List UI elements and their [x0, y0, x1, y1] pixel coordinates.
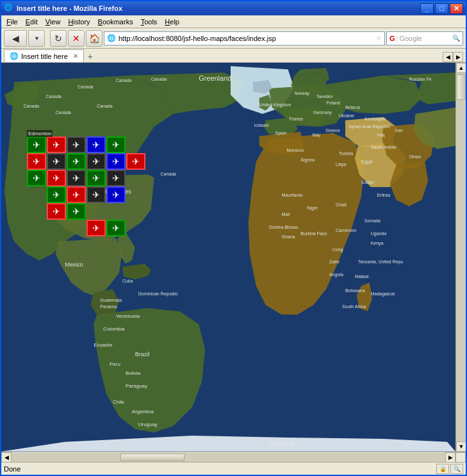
- svg-text:Ghana: Ghana: [282, 234, 295, 239]
- scroll-down-button[interactable]: ▼: [456, 441, 466, 452]
- google-logo: G: [389, 35, 395, 42]
- new-tab-button[interactable]: +: [84, 51, 97, 62]
- svg-text:Zaire: Zaire: [329, 259, 340, 264]
- svg-text:Madagascar: Madagascar: [371, 291, 396, 297]
- resize-corner[interactable]: [455, 452, 466, 463]
- vertical-scrollbar[interactable]: ▲ ▼: [455, 63, 466, 452]
- menu-file[interactable]: File: [3, 17, 22, 26]
- scroll-track-horizontal: [12, 453, 445, 462]
- svg-text:Guinea-Bissau: Guinea-Bissau: [269, 225, 299, 229]
- svg-text:Niger: Niger: [307, 206, 318, 211]
- tab-close-icon[interactable]: ✕: [73, 53, 78, 60]
- svg-text:Tanzania, United Repu: Tanzania, United Repu: [358, 259, 403, 265]
- security-icon: 🔒: [436, 464, 449, 474]
- reload-button[interactable]: ↻: [50, 30, 67, 47]
- svg-text:Sudan: Sudan: [361, 180, 374, 185]
- stop-button[interactable]: ✕: [68, 30, 85, 47]
- scroll-left-button[interactable]: ◀: [1, 452, 12, 463]
- svg-text:Saudi Arabia: Saudi Arabia: [371, 145, 397, 149]
- back-button[interactable]: ◀: [4, 30, 27, 47]
- menu-tools[interactable]: Tools: [137, 17, 161, 26]
- scroll-right-button[interactable]: ▶: [445, 452, 455, 463]
- svg-text:Norway: Norway: [294, 91, 309, 96]
- svg-text:Ukraine: Ukraine: [339, 113, 354, 118]
- svg-text:Brazil: Brazil: [135, 351, 149, 357]
- search-divider: |: [397, 35, 398, 42]
- search-text: Google: [399, 35, 451, 42]
- tab-scroll-left[interactable]: ◀: [443, 52, 453, 62]
- svg-text:Mali: Mali: [282, 212, 290, 217]
- menu-history[interactable]: History: [64, 17, 94, 26]
- status-bar: Done 🔒 🔍: [1, 462, 466, 475]
- svg-text:Poland: Poland: [326, 101, 340, 105]
- svg-text:Azerbaijan: Azerbaijan: [365, 117, 386, 122]
- svg-text:United States: United States: [97, 188, 131, 195]
- title-bar: 🌐 Insert title here - Mozilla Firefox _ …: [1, 1, 466, 15]
- svg-text:France: France: [289, 117, 303, 121]
- tab-favicon: 🌐: [10, 52, 19, 60]
- svg-text:Canada: Canada: [116, 78, 131, 83]
- svg-text:Sweden: Sweden: [316, 94, 332, 99]
- window-icon: 🌐: [4, 3, 14, 13]
- search-box[interactable]: G | Google 🔍: [386, 31, 463, 45]
- zoom-icon[interactable]: 🔍: [450, 464, 463, 474]
- status-right: 🔒 🔍: [436, 464, 463, 474]
- forward-button[interactable]: ▾: [28, 30, 45, 47]
- tab-scroll-right[interactable]: ▶: [453, 52, 463, 62]
- svg-text:Spain: Spain: [275, 131, 287, 136]
- close-button[interactable]: ✕: [450, 3, 463, 14]
- svg-text:Syrian Arab Republic: Syrian Arab Republic: [348, 124, 390, 129]
- svg-text:Eritrea: Eritrea: [377, 193, 391, 197]
- svg-text:Canada: Canada: [78, 85, 93, 89]
- menu-help[interactable]: Help: [161, 17, 183, 26]
- svg-text:Cuba: Cuba: [122, 279, 133, 283]
- svg-text:Canada: Canada: [46, 94, 61, 99]
- svg-text:Panama: Panama: [100, 304, 117, 309]
- active-tab[interactable]: 🌐 Insert title here ✕: [4, 49, 84, 62]
- svg-text:Botswana: Botswana: [345, 288, 365, 293]
- svg-text:Antartica: Antartica: [269, 439, 295, 447]
- status-text: Done: [4, 465, 434, 473]
- tab-scroll-controls: ◀ ▶: [443, 52, 463, 62]
- svg-text:Canada: Canada: [97, 104, 112, 108]
- map-container[interactable]: Greenland Canada Canada Canada Canada Ca…: [1, 63, 466, 452]
- svg-text:Canada: Canada: [151, 77, 167, 81]
- svg-text:Morocco: Morocco: [286, 148, 304, 152]
- svg-text:Burkina Faso: Burkina Faso: [300, 231, 327, 236]
- svg-text:Italy: Italy: [312, 133, 320, 138]
- svg-text:Libya: Libya: [336, 162, 347, 167]
- svg-text:Cong: Cong: [332, 247, 343, 252]
- horizontal-scrollbar[interactable]: ◀ ▶: [1, 452, 466, 462]
- tab-title: Insert title here: [21, 53, 68, 60]
- maximize-button[interactable]: □: [435, 3, 448, 14]
- svg-text:Malawi: Malawi: [355, 274, 369, 279]
- minimize-button[interactable]: _: [420, 3, 434, 14]
- svg-text:Belarus: Belarus: [345, 105, 361, 110]
- scroll-thumb-horizontal[interactable]: [120, 454, 184, 461]
- svg-text:Mexico: Mexico: [65, 261, 83, 268]
- svg-text:Argentina: Argentina: [132, 409, 154, 414]
- menu-view[interactable]: View: [42, 17, 65, 26]
- svg-text:Venezuela: Venezuela: [116, 313, 140, 319]
- address-text[interactable]: http://localhost:8080/jsf-hello-maps/fac…: [119, 35, 373, 42]
- scroll-thumb-vertical[interactable]: [457, 74, 466, 100]
- svg-text:Canada: Canada: [56, 110, 71, 115]
- window-title: Insert title here - Mozilla Firefox: [17, 4, 418, 12]
- menu-bookmarks[interactable]: Bookmarks: [94, 17, 137, 26]
- svg-text:United Kingdom: United Kingdom: [259, 103, 291, 108]
- address-bar[interactable]: 🌐 http://localhost:8080/jsf-hello-maps/f…: [104, 31, 385, 45]
- svg-text:Uganda: Uganda: [371, 231, 386, 236]
- svg-text:Germany: Germany: [313, 110, 332, 115]
- home-button[interactable]: 🏠: [86, 30, 102, 47]
- scroll-up-button[interactable]: ▲: [456, 63, 466, 73]
- svg-text:Angola: Angola: [329, 272, 343, 277]
- scroll-track-vertical: [456, 73, 466, 441]
- svg-text:Chile: Chile: [113, 399, 125, 405]
- svg-text:Russian Fe: Russian Fe: [409, 77, 431, 81]
- window-controls: _ □ ✕: [420, 3, 463, 14]
- svg-text:Tunisia: Tunisia: [339, 151, 353, 156]
- menu-edit[interactable]: Edit: [22, 17, 42, 26]
- svg-text:Somalia: Somalia: [365, 218, 381, 223]
- svg-text:Colombia: Colombia: [103, 326, 125, 332]
- svg-text:Mauritania: Mauritania: [282, 193, 303, 197]
